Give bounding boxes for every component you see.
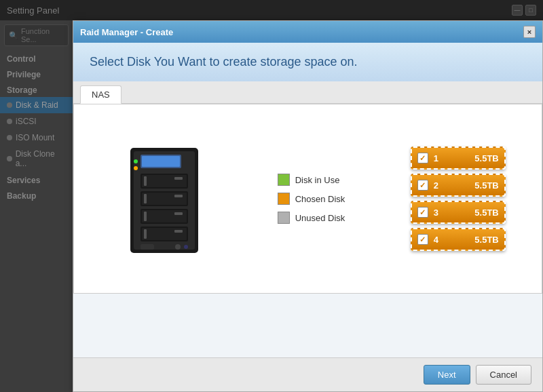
raid-manager-modal: Raid Manager - Create × Select Disk You … [73,20,543,392]
disk-buttons: 1 5.5TB 2 5.5TB 3 5.5TB 4 5.5TB [411,146,506,251]
nas-svg [110,134,219,263]
legend-color-orange [278,193,290,205]
disk-2-size: 5.5TB [474,180,498,191]
legend-item-unused-disk: Unused Disk [278,212,345,224]
disk-button-1[interactable]: 1 5.5TB [411,146,506,170]
svg-rect-13 [142,210,187,222]
tab-bar: NAS [73,81,542,104]
tab-nas[interactable]: NAS [80,85,121,104]
svg-point-23 [134,159,138,163]
disk-1-size: 5.5TB [474,153,498,163]
svg-rect-19 [174,230,183,233]
svg-rect-11 [174,195,183,197]
modal-titlebar: Raid Manager - Create × [73,21,542,43]
svg-rect-15 [174,212,183,215]
svg-rect-20 [141,244,154,250]
disk-1-number: 1 [434,153,475,163]
legend-item-disk-in-use: Disk in Use [278,174,345,186]
disk-button-2[interactable]: 2 5.5TB [411,174,506,197]
legend-item-chosen-disk: Chosen Disk [278,193,345,205]
modal-footer: Next Cancel [73,357,542,391]
svg-rect-18 [144,229,147,239]
disk-button-3[interactable]: 3 5.5TB [411,201,506,224]
setting-panel: Setting Panel — □ 🔍 Function Se... Contr… [0,0,543,392]
disk-4-number: 4 [434,235,475,245]
disk-4-checkbox[interactable] [417,234,428,245]
legend-color-gray [278,212,290,224]
modal-title: Raid Manager - Create [80,27,173,37]
legend-color-green [278,174,290,186]
svg-rect-10 [144,194,147,203]
modal-header-text: Select Disk You Want to create storage s… [90,55,358,68]
legend-label-chosen-disk: Chosen Disk [295,194,345,204]
svg-point-24 [134,166,138,170]
modal-header: Select Disk You Want to create storage s… [73,43,542,81]
svg-rect-6 [144,176,147,186]
disk-1-checkbox[interactable] [417,153,428,163]
cancel-button[interactable]: Cancel [476,365,531,385]
legend: Disk in Use Chosen Disk Unused Disk [278,174,345,224]
nas-image [110,134,219,263]
disk-2-checkbox[interactable] [417,180,428,191]
svg-rect-5 [142,175,187,187]
content-area: Disk in Use Chosen Disk Unused Disk 1 5.… [73,104,542,294]
legend-label-disk-in-use: Disk in Use [295,175,340,185]
svg-rect-7 [174,177,183,180]
svg-rect-3 [142,156,180,167]
modal-close-button[interactable]: × [523,26,536,38]
next-button[interactable]: Next [424,365,470,385]
disk-3-size: 5.5TB [474,208,498,218]
svg-point-21 [175,244,181,250]
legend-label-unused-disk: Unused Disk [295,213,345,223]
svg-rect-14 [144,212,147,221]
svg-point-22 [184,245,188,249]
disk-button-4[interactable]: 4 5.5TB [411,228,506,251]
disk-3-number: 3 [434,208,475,218]
disk-3-checkbox[interactable] [417,207,428,218]
disk-4-size: 5.5TB [474,235,498,245]
svg-rect-9 [142,193,187,205]
svg-rect-17 [142,228,187,240]
disk-2-number: 2 [434,180,475,191]
